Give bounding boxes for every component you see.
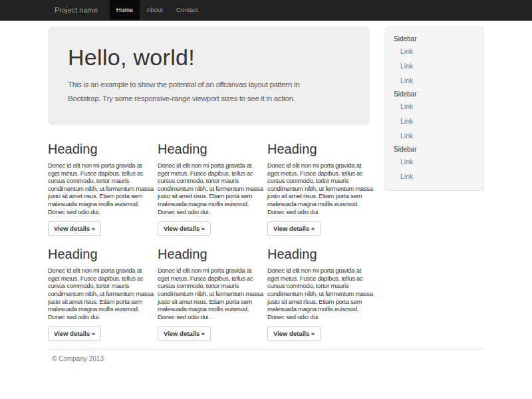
card-body-text: Donec id elit non mi porta gravida at eg… [48, 162, 154, 215]
page-container: Hello, world! This is an example to show… [48, 27, 484, 362]
card-heading: Heading [267, 247, 373, 261]
card-heading: Heading [158, 142, 263, 156]
sidebar-group: Sidebar Link Link Link [386, 88, 483, 143]
sidebar-group-label: Sidebar [386, 88, 483, 99]
nav-item-home[interactable]: Home [110, 0, 140, 20]
sidebar-group-label: Sidebar [386, 33, 483, 44]
navbar-brand[interactable]: Project name [48, 0, 104, 20]
content-card: Heading Donec id elit non mi porta gravi… [158, 142, 263, 236]
card-body-text: Donec id elit non mi porta gravida at eg… [267, 267, 373, 321]
card-grid-row-1: Heading Donec id elit non mi porta gravi… [48, 142, 377, 236]
navbar-inner: Project name Home About Contact [48, 0, 484, 20]
jumbotron-description: This is an example to show the potential… [68, 78, 334, 106]
content-row: Hello, world! This is an example to show… [48, 27, 484, 341]
card-heading: Heading [48, 142, 154, 156]
main-content: Hello, world! This is an example to show… [48, 27, 377, 341]
sidebar-panel: Sidebar Link Link Link Sidebar Link Link… [385, 27, 484, 191]
card-body-text: Donec id elit non mi porta gravida at eg… [158, 267, 263, 321]
card-body-text: Donec id elit non mi porta gravida at eg… [267, 162, 373, 215]
sidebar-link[interactable]: Link [386, 73, 483, 88]
sidebar-link[interactable]: Link [386, 154, 483, 169]
sidebar-link[interactable]: Link [386, 44, 483, 59]
card-body-text: Donec id elit non mi porta gravida at eg… [158, 162, 263, 215]
jumbotron: Hello, world! This is an example to show… [48, 27, 370, 125]
sidebar-link[interactable]: Link [386, 99, 483, 114]
content-card: Heading Donec id elit non mi porta gravi… [48, 142, 154, 236]
content-card: Heading Donec id elit non mi porta gravi… [158, 247, 263, 341]
view-details-button[interactable]: View details » [48, 221, 101, 236]
sidebar-group-label: Sidebar [386, 143, 483, 154]
nav-item-contact[interactable]: Contact [170, 0, 205, 20]
card-heading: Heading [267, 142, 373, 156]
sidebar-group: Sidebar Link Link [386, 143, 483, 184]
copyright-text: © Company 2013 [48, 355, 484, 362]
view-details-button[interactable]: View details » [158, 327, 211, 341]
footer-divider [48, 349, 484, 350]
card-heading: Heading [48, 247, 154, 261]
view-details-button[interactable]: View details » [267, 221, 321, 236]
content-card: Heading Donec id elit non mi porta gravi… [48, 247, 154, 341]
jumbotron-title: Hello, world! [68, 45, 350, 70]
card-heading: Heading [158, 247, 263, 261]
content-card: Heading Donec id elit non mi porta gravi… [267, 247, 373, 341]
view-details-button[interactable]: View details » [267, 327, 321, 341]
card-grid-row-2: Heading Donec id elit non mi porta gravi… [48, 247, 377, 341]
navbar: Project name Home About Contact [0, 0, 532, 21]
content-card: Heading Donec id elit non mi porta gravi… [267, 142, 373, 236]
sidebar-group: Sidebar Link Link Link [386, 33, 483, 88]
footer: © Company 2013 [48, 355, 484, 362]
nav-item-about[interactable]: About [140, 0, 170, 20]
sidebar-link[interactable]: Link [386, 128, 483, 143]
view-details-button[interactable]: View details » [48, 327, 101, 341]
sidebar-link[interactable]: Link [386, 169, 483, 184]
sidebar-link[interactable]: Link [386, 59, 483, 73]
card-body-text: Donec id elit non mi porta gravida at eg… [48, 267, 154, 321]
view-details-button[interactable]: View details » [158, 221, 211, 236]
sidebar-link[interactable]: Link [386, 114, 483, 128]
